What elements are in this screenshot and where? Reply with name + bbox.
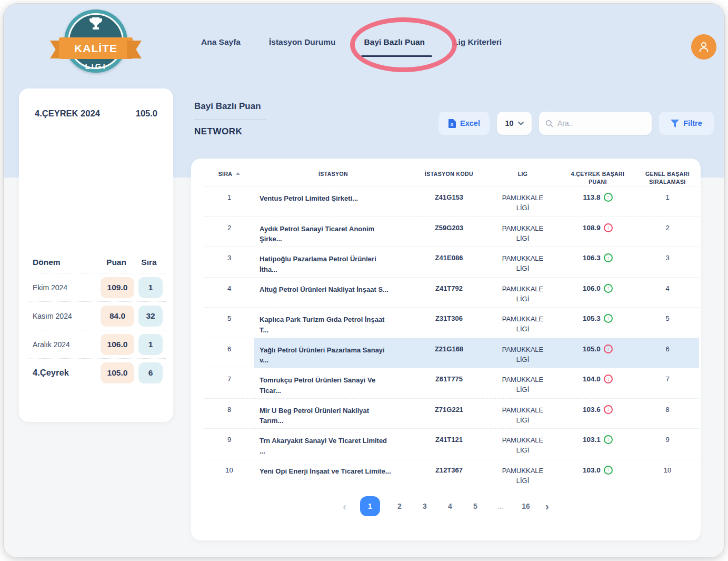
trend-up-icon: ↑ [604, 253, 613, 262]
search-field[interactable] [539, 112, 652, 135]
cell-istasyon-kodu: Z41T121 [412, 429, 486, 459]
cell-genel-sira: 1 [636, 186, 699, 216]
table-row[interactable]: 4Altuğ Petrol Ürünleri Nakliyat İnşaat S… [204, 277, 699, 308]
nav-item-2[interactable]: Bayi Bazlı Puan [364, 37, 425, 47]
cell-basari-puani: 104.0↓ [560, 368, 636, 398]
network-label: NETWORK [194, 126, 266, 137]
search-input[interactable] [557, 119, 645, 127]
cell-istasyon: Yeni Opi Enerji İnşaat ve Ticaret Limite… [254, 459, 412, 489]
table-row[interactable]: 6Yağlı Petrol Ürünleri Pazarlama Sanayi … [204, 338, 699, 368]
cell-basari-puani: 103.6↓ [560, 399, 636, 429]
cell-istasyon-kodu: Z41T792 [412, 278, 486, 308]
cell-lig: PAMUKKALE LİGİ [486, 459, 560, 489]
cell-basari-puani: 106.0↑ [560, 278, 636, 308]
column-header-lig[interactable]: LIG [486, 170, 560, 186]
cell-lig: PAMUKKALE LİGİ [486, 247, 560, 277]
table-row[interactable]: 9Trn Akaryakıt Sanayi Ve Ticaret Limited… [204, 428, 699, 459]
score-badge: 105.0 [101, 362, 134, 383]
table-row[interactable]: 7Tomrukçu Petrol Ürünleri Sanayi Ve Tica… [204, 368, 699, 398]
cell-lig: PAMUKKALE LİGİ [486, 368, 560, 398]
top-nav: Ana Sayfaİstasyon DurumuBayi Bazlı PuanL… [201, 37, 502, 47]
excel-file-icon: x [448, 119, 456, 128]
table-row[interactable]: 3Hatipoğlu Pazarlama Petrol Ürünleri İth… [204, 247, 699, 277]
pagination-page-2[interactable]: 2 [394, 502, 405, 510]
app-logo: LIGI KALİTE [56, 8, 135, 77]
cell-istasyon-kodu: Z41G153 [412, 186, 486, 216]
pagination-prev-button[interactable]: ‹ [343, 501, 346, 511]
cell-genel-sira: 8 [636, 399, 699, 429]
funnel-icon [671, 120, 679, 127]
period-row: Kasım 202484.032 [29, 301, 166, 330]
period-label: 4.Çeyrek [33, 368, 101, 378]
cell-istasyon: Trn Akaryakıt Sanayi Ve Ticaret Limited … [254, 429, 412, 459]
pagination-ellipsis: ... [495, 502, 506, 510]
nav-item-1[interactable]: İstasyon Durumu [269, 37, 336, 47]
pagination-page-4[interactable]: 4 [444, 502, 456, 510]
score-badge: 109.0 [101, 277, 134, 298]
page-title: Bayi Bazlı Puan [194, 101, 266, 112]
trend-up-icon: ↑ [604, 435, 613, 444]
cell-genel-sira: 4 [636, 278, 699, 308]
cell-istasyon-kodu: Z59G203 [412, 217, 486, 247]
cell-sira: 7 [204, 368, 254, 398]
table-row[interactable]: 10Yeni Opi Enerji İnşaat ve Ticaret Limi… [204, 459, 699, 489]
app-window: LIGI KALİTE Ana Sayfaİstasyon DurumuBayi… [3, 3, 725, 558]
rank-badge: 1 [138, 334, 163, 355]
search-icon [545, 119, 553, 128]
logo-ribbon: KALİTE [50, 37, 142, 60]
user-avatar-button[interactable] [691, 34, 716, 60]
cell-basari-puani: 108.9↓ [560, 217, 636, 247]
table-row[interactable]: 1Ventus Petrol Limited Şirketi...Z41G153… [204, 186, 699, 216]
trend-up-icon: ↑ [604, 466, 613, 475]
column-header-ceyrek-basari-puani[interactable]: 4.ÇEYREK BAŞARI PUANI [560, 170, 636, 186]
table-row[interactable]: 5Kaplıca Park Turizm Gıda Petrol İnşaat … [204, 307, 699, 338]
column-header-genel-basari-siralamasi[interactable]: GENEL BAŞARI SIRALAMASI [636, 170, 699, 186]
period-row: 4.Çeyrek105.06 [29, 358, 166, 387]
pagination-page-3[interactable]: 3 [419, 502, 431, 510]
cell-lig: PAMUKKALE LİGİ [486, 399, 560, 429]
cell-sira: 3 [204, 247, 254, 277]
cell-basari-puani: 105.3↑ [560, 308, 636, 338]
stations-table-panel: SIRA İSTASYON İSTASYON KODU LIG 4.ÇEYREK… [191, 159, 701, 540]
rank-badge: 1 [138, 277, 163, 298]
cell-istasyon: Mir U Beg Petrol Ürünleri Nakliyat Tarım… [254, 399, 412, 429]
column-header-rank: Sıra [135, 258, 163, 267]
column-header-sira[interactable]: SIRA [204, 170, 254, 186]
cell-lig: PAMUKKALE LİGİ [486, 278, 560, 308]
rank-badge: 6 [138, 362, 163, 383]
period-row: Ekim 2024109.01 [29, 273, 166, 301]
page-size-select[interactable]: 10 [497, 112, 532, 135]
table-row[interactable]: 2Aydık Petrol Sanayi Ticaret Anonim Şirk… [204, 216, 699, 247]
pagination-page-16[interactable]: 16 [520, 502, 532, 510]
column-header-istasyon-kodu[interactable]: İSTASYON KODU [412, 170, 486, 186]
cell-istasyon-kodu: Z12T367 [412, 459, 486, 489]
quarter-summary-card: 4.ÇEYREK 2024 105.0 Dönem Puan Sıra Ekim… [19, 88, 173, 422]
pagination-next-button[interactable]: › [545, 501, 549, 511]
cell-basari-puani: 103.1↑ [560, 429, 636, 459]
svg-text:x: x [451, 121, 453, 126]
pagination-page-1[interactable]: 1 [360, 496, 380, 516]
rank-badge: 32 [138, 306, 163, 327]
cell-istasyon: Kaplıca Park Turizm Gıda Petrol İnşaat T… [254, 308, 412, 338]
filter-button[interactable]: Filtre [659, 112, 714, 135]
score-badge: 106.0 [101, 334, 134, 355]
pagination-page-5[interactable]: 5 [470, 502, 481, 510]
cell-sira: 2 [204, 217, 254, 247]
nav-item-0[interactable]: Ana Sayfa [201, 37, 241, 47]
cell-istasyon: Altuğ Petrol Ürünleri Nakliyat İnşaat S.… [254, 278, 412, 308]
logo-title: KALİTE [59, 37, 133, 59]
cell-genel-sira: 10 [636, 459, 699, 489]
cell-istasyon-kodu: Z61T775 [412, 368, 486, 398]
column-header-istasyon[interactable]: İSTASYON [254, 170, 412, 186]
cell-genel-sira: 3 [636, 247, 699, 277]
cell-istasyon: Aydık Petrol Sanayi Ticaret Anonim Şirke… [254, 217, 412, 247]
excel-export-button[interactable]: x Excel [438, 112, 490, 135]
cell-basari-puani: 106.3↑ [560, 247, 636, 277]
table-row[interactable]: 8Mir U Beg Petrol Ürünleri Nakliyat Tarı… [204, 398, 699, 429]
cell-istasyon: Tomrukçu Petrol Ürünleri Sanayi Ve Ticar… [254, 368, 412, 398]
cell-sira: 6 [204, 338, 254, 368]
cell-sira: 8 [204, 399, 254, 429]
nav-item-3[interactable]: Lig Kriterleri [453, 37, 502, 47]
cell-istasyon-kodu: Z21G168 [412, 338, 486, 368]
cell-lig: PAMUKKALE LİGİ [486, 217, 560, 247]
